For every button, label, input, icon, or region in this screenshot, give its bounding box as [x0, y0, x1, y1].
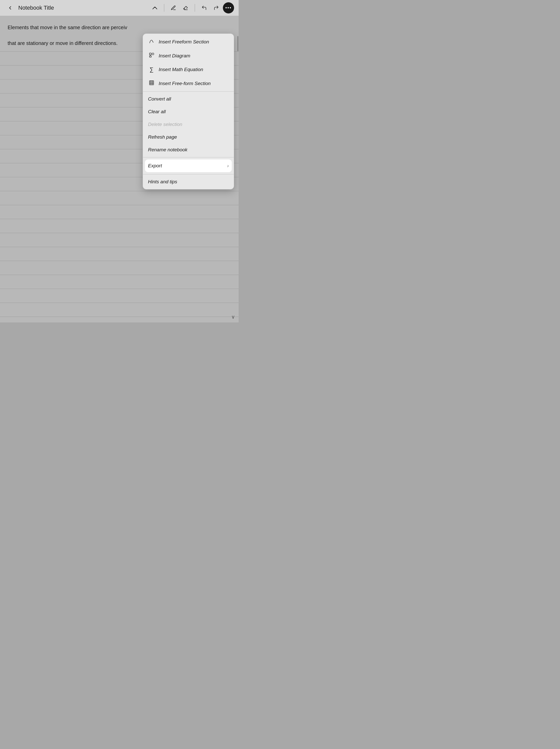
back-button[interactable] [4, 2, 16, 14]
menu-item-rename-notebook-label: Rename notebook [148, 147, 229, 153]
menu-item-refresh-page[interactable]: Refresh page [143, 131, 234, 144]
scroll-indicator[interactable] [237, 16, 239, 322]
sigma-icon: ∑ [148, 66, 155, 73]
menu-item-insert-freeform-section-label: Insert Free-form Section [159, 81, 229, 86]
menu-item-insert-math-label: Insert Math Equation [159, 67, 229, 72]
notebook-text-line1: Elements that move in the same direction… [7, 23, 145, 31]
menu-item-insert-diagram[interactable]: Insert Diagram [143, 49, 234, 63]
toolbar-left: Notebook Title [4, 2, 149, 14]
line [0, 303, 239, 303]
menu-item-insert-diagram-label: Insert Diagram [159, 53, 229, 59]
menu-item-export-label: Export [148, 163, 224, 169]
toolbar-center: ••• [149, 2, 234, 14]
back-icon [7, 5, 13, 10]
menu-item-refresh-page-label: Refresh page [148, 134, 229, 140]
menu-item-rename-notebook[interactable]: Rename notebook [143, 144, 234, 156]
pen-icon [171, 5, 176, 10]
menu-item-delete-selection: Delete selection [143, 118, 234, 131]
menu-item-insert-freeform-label: Insert Freeform Section [159, 39, 229, 45]
dropdown-menu: Insert Freeform Section Insert Diagram ∑… [143, 34, 234, 189]
redo-button[interactable] [211, 2, 222, 14]
line [0, 317, 239, 317]
menu-item-hints-tips[interactable]: Hints and tips [143, 175, 234, 188]
line [0, 205, 239, 205]
redo-icon [214, 5, 219, 10]
undo-icon [201, 5, 207, 10]
notebook-title: Notebook Title [18, 4, 54, 11]
menu-item-insert-math[interactable]: ∑ Insert Math Equation [143, 63, 234, 77]
menu-section-hints: Hints and tips [143, 174, 234, 189]
diagram-icon [148, 52, 155, 59]
line [0, 275, 239, 275]
line [0, 191, 239, 191]
svg-rect-3 [150, 81, 154, 85]
menu-item-convert-all[interactable]: Convert all [143, 93, 234, 105]
pen-button[interactable] [168, 2, 179, 14]
svg-rect-1 [150, 56, 151, 57]
menu-item-convert-all-label: Convert all [148, 96, 229, 102]
menu-item-export[interactable]: Export › [145, 159, 232, 172]
more-icon: ••• [225, 5, 232, 10]
menu-item-insert-freeform-section[interactable]: Insert Free-form Section [143, 77, 234, 90]
freeform-icon [148, 38, 155, 45]
scroll-thumb [237, 36, 238, 51]
menu-section-actions: Convert all Clear all Delete selection R… [143, 92, 234, 157]
menu-section-insert: Insert Freeform Section Insert Diagram ∑… [143, 34, 234, 91]
chevron-right-icon: › [227, 163, 229, 169]
handwriting-icon [152, 5, 158, 10]
scroll-down-chevron[interactable]: ∨ [231, 314, 235, 320]
eraser-button[interactable] [180, 2, 191, 14]
line [0, 261, 239, 261]
grid-icon [148, 80, 155, 87]
more-button[interactable]: ••• [223, 2, 234, 14]
toolbar-divider-2 [195, 4, 195, 12]
toolbar: Notebook Title [0, 0, 239, 16]
handwriting-button[interactable] [149, 2, 160, 14]
line [0, 247, 239, 247]
menu-item-delete-selection-label: Delete selection [148, 122, 229, 127]
svg-rect-0 [150, 53, 151, 55]
notebook-text-line2: that are stationary or move in different… [7, 39, 145, 47]
svg-point-2 [152, 53, 154, 55]
toolbar-divider-1 [164, 4, 164, 12]
menu-section-export: Export › [143, 157, 234, 174]
menu-item-hints-tips-label: Hints and tips [148, 179, 229, 185]
line [0, 219, 239, 219]
menu-item-insert-freeform[interactable]: Insert Freeform Section [143, 35, 234, 49]
eraser-icon [183, 5, 188, 10]
notebook-area: Elements that move in the same direction… [0, 16, 239, 322]
undo-button[interactable] [198, 2, 210, 14]
menu-item-clear-all-label: Clear all [148, 109, 229, 114]
menu-item-clear-all[interactable]: Clear all [143, 105, 234, 118]
